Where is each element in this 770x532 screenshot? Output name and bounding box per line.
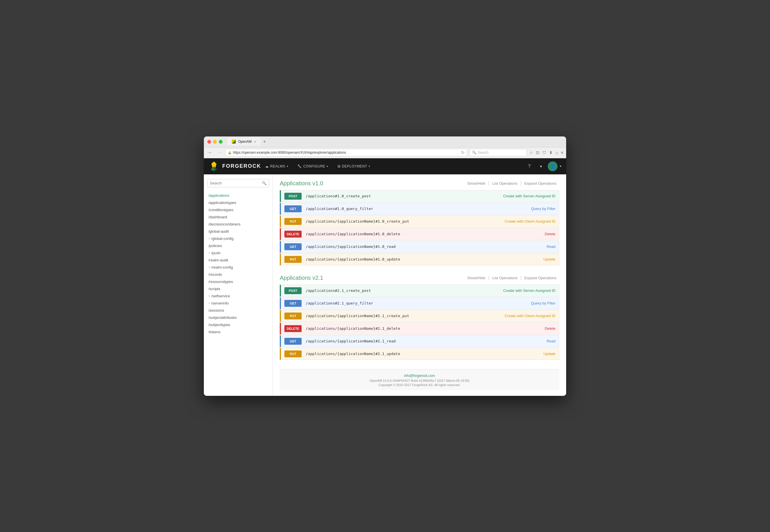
expand-icon: + — [209, 251, 210, 255]
api-description: Query by Filter — [531, 301, 555, 305]
api-row[interactable]: PUT/applications/{applicationName}#2.1_c… — [280, 310, 559, 322]
api-path: /applications/{applicationName}#1.0_read — [306, 244, 546, 249]
sidebar-item[interactable]: + /push — [204, 249, 273, 257]
sidebar-item[interactable]: + /serverinfo — [204, 300, 273, 307]
help-button[interactable]: ? — [525, 162, 534, 171]
sidebar-item[interactable]: /resourcetypes — [204, 278, 273, 285]
expand-operations-button[interactable]: Expand Operations — [521, 181, 559, 186]
api-description: Delete — [544, 326, 555, 331]
api-row[interactable]: PUT/applications/{applicationName}#2.1_u… — [280, 348, 559, 360]
sidebar-item[interactable]: /subjectattributes — [204, 314, 273, 321]
list-operations-button[interactable]: List Operations — [489, 181, 520, 186]
expand-icon: + — [209, 294, 210, 298]
addressbar: ← → 🔒 https://openam.example.com:8080/op… — [204, 147, 566, 158]
home-icon[interactable]: ⌂ — [555, 150, 558, 155]
titlebar: OpenAM ✕ + — [204, 136, 566, 147]
nav-realms[interactable]: ☁ REALMS ▾ — [261, 162, 292, 171]
sidebar-item[interactable]: /dashboard — [204, 213, 273, 221]
svg-marker-1 — [211, 167, 214, 171]
sidebar-item[interactable]: /policies — [204, 242, 273, 249]
section-actions: Show/Hide | List Operations | Expand Ope… — [464, 275, 559, 280]
sidebar-item[interactable]: + /global-config — [204, 235, 273, 242]
api-row[interactable]: POST/applications#2.1_create_postCreate … — [280, 285, 559, 297]
shield-icon[interactable]: 🛡 — [542, 150, 546, 155]
sidebar-item[interactable]: /subjecttypes — [204, 321, 273, 328]
sidebar-item[interactable]: /global-audit — [204, 228, 273, 235]
footer-email[interactable]: info@forgerock.com — [404, 374, 435, 378]
cloud-icon: ☁ — [265, 164, 269, 168]
method-badge: GET — [284, 338, 302, 345]
api-row[interactable]: GET/applications/{applicationName}#1.0_r… — [280, 241, 559, 253]
new-tab-button[interactable]: + — [261, 139, 268, 144]
list-operations-button[interactable]: List Operations — [489, 276, 520, 280]
forward-button[interactable]: → — [216, 149, 223, 156]
expand-operations-button[interactable]: Expand Operations — [521, 276, 559, 280]
chevron-down-icon-3: ▾ — [369, 165, 370, 168]
api-description: Update — [543, 352, 555, 356]
lock-icon: 🔒 — [228, 151, 232, 155]
url-text: https://openam.example.com:8080/openam/X… — [233, 151, 460, 155]
show-hide-button[interactable]: Show/Hide — [464, 276, 488, 280]
api-path: /applications/{applicationName}#1.0_upda… — [306, 257, 543, 261]
close-button[interactable] — [207, 140, 211, 144]
sidebar-item[interactable]: + /realm-config — [204, 264, 273, 271]
url-bar[interactable]: 🔒 https://openam.example.com:8080/openam… — [225, 149, 467, 156]
api-row[interactable]: PUT/applications/{applicationName}#1.0_u… — [280, 253, 559, 265]
method-badge: GET — [284, 300, 302, 307]
method-badge: PUT — [284, 313, 302, 319]
method-badge: DELETE — [284, 325, 302, 332]
sidebar: 🔍 /applications/applicationtypes/conditi… — [204, 174, 273, 396]
api-row[interactable]: GET/applications/{applicationName}#2.1_r… — [280, 335, 559, 347]
method-badge: PUT — [284, 256, 302, 263]
sidebar-item[interactable]: /scripts — [204, 285, 273, 292]
api-row[interactable]: DELETE/applications/{applicationName}#2.… — [280, 323, 559, 335]
sidebar-item[interactable]: + /selfservice — [204, 292, 273, 300]
sidebar-item[interactable]: /realm-audit — [204, 257, 273, 264]
maximize-button[interactable] — [219, 140, 223, 144]
show-hide-button[interactable]: Show/Hide — [464, 181, 488, 186]
active-tab[interactable]: OpenAM ✕ — [227, 138, 261, 146]
nav-configure[interactable]: 🔧 CONFIGURE ▾ — [293, 162, 332, 171]
sidebar-search-container[interactable]: 🔍 — [207, 179, 269, 187]
api-sections: Applications v1.0Show/Hide | List Operat… — [280, 180, 559, 360]
sidebar-search-input[interactable] — [210, 181, 260, 185]
sidebar-item[interactable]: /conditiontypes — [204, 206, 273, 213]
sidebar-item[interactable]: /decisioncombiners — [204, 221, 273, 228]
sidebar-item[interactable]: /records — [204, 271, 273, 278]
api-row[interactable]: PUT/applications/{applicationName}#1.0_c… — [280, 215, 559, 228]
method-badge: POST — [284, 287, 302, 294]
tab-bar: OpenAM ✕ + — [227, 138, 563, 146]
api-path: /applications#1.0_query_filter — [306, 207, 531, 211]
browser-search-bar[interactable]: 🔍 Search — [469, 149, 527, 156]
deploy-icon: ⊞ — [338, 164, 341, 168]
method-badge: GET — [284, 243, 302, 250]
sidebar-item[interactable]: /applicationtypes — [204, 199, 273, 206]
avatar[interactable]: 👤 — [548, 161, 557, 171]
download-icon[interactable]: ⬇ — [549, 150, 552, 155]
section-header: Applications v2.1Show/Hide | List Operat… — [280, 275, 559, 281]
avatar-chevron[interactable]: ▾ — [560, 164, 561, 168]
bookmark-icon[interactable]: ☆ — [529, 150, 533, 155]
api-path: /applications/{applicationName}#2.1_upda… — [306, 352, 543, 356]
nav-deployment[interactable]: ⊞ DEPLOYMENT ▾ — [334, 162, 374, 171]
reload-button[interactable]: ↻ — [461, 150, 465, 155]
menu-icon[interactable]: ≡ — [561, 150, 563, 155]
api-path: /applications#1.0_create_post — [306, 194, 503, 198]
sidebar-item[interactable]: /applications — [204, 192, 273, 199]
tab-favicon — [232, 140, 236, 144]
reading-icon[interactable]: ⊡ — [536, 150, 539, 155]
api-row[interactable]: GET/applications#1.0_query_filterQuery b… — [280, 203, 559, 215]
minimize-button[interactable] — [213, 140, 217, 144]
sidebar-item[interactable]: /sessions — [204, 307, 273, 314]
api-row[interactable]: POST/applications#1.0_create_postCreate … — [280, 190, 559, 202]
section-title: Applications v2.1 — [280, 275, 464, 281]
toolbar-icons: ☆ ⊡ 🛡 ⬇ ⌂ ≡ — [529, 150, 563, 155]
api-path: /applications/{applicationName}#2.1_read — [306, 339, 546, 343]
sidebar-item[interactable]: /tokens — [204, 328, 273, 336]
notifications-button[interactable]: ▾ — [536, 162, 545, 171]
api-row[interactable]: GET/applications#2.1_query_filterQuery b… — [280, 297, 559, 309]
back-button[interactable]: ← — [207, 149, 214, 156]
brand-name: FORGEROCK — [222, 163, 261, 169]
api-row[interactable]: DELETE/applications/{applicationName}#1.… — [280, 228, 559, 240]
tab-close-button[interactable]: ✕ — [254, 140, 256, 143]
